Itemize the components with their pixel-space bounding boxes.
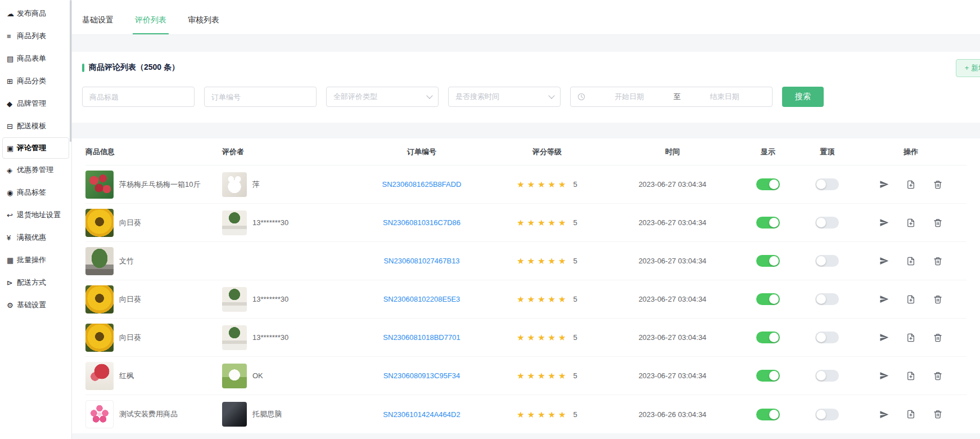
order-number-link[interactable]: SN2306101424A464D2 (383, 410, 460, 419)
file-plus-icon[interactable] (906, 256, 916, 266)
sidebar-item-delivery-method[interactable]: ⊳ 配送方式 (0, 271, 71, 294)
trash-icon[interactable] (933, 333, 943, 343)
reviewer-cell: OK (222, 364, 357, 388)
pin-toggle[interactable] (815, 332, 839, 343)
sidebar-item-product-form[interactable]: ▤ 商品表单 (0, 47, 71, 70)
product-title-input[interactable] (82, 87, 195, 107)
pin-toggle[interactable] (815, 293, 839, 305)
publish-icon: ☁ (7, 10, 17, 18)
pin-toggle[interactable] (815, 217, 839, 229)
show-toggle[interactable] (756, 255, 780, 267)
order-number-link[interactable]: SN2306081027467B13 (383, 257, 459, 265)
time-cell: 2023-06-27 03:04:34 (608, 257, 737, 265)
reviewer-name: 13*******30 (252, 218, 288, 227)
star-rating-icons: ★★★★★ (517, 410, 568, 419)
sidebar-item-brand-management[interactable]: ◆ 品牌管理 (0, 92, 71, 115)
sidebar-item-product-tags[interactable]: ◉ 商品标签 (0, 181, 71, 204)
file-plus-icon[interactable] (906, 218, 916, 228)
order-number-link[interactable]: SN2306080913C95F34 (383, 371, 460, 380)
rating-cell: ★★★★★ 5 (486, 333, 608, 342)
file-plus-icon[interactable] (906, 333, 916, 343)
sidebar-item-product-category[interactable]: ⊞ 商品分类 (0, 70, 71, 92)
show-toggle[interactable] (756, 293, 780, 305)
pin-toggle[interactable] (815, 255, 839, 267)
time-search-select[interactable]: 是否搜索时间 (448, 87, 561, 107)
trash-icon[interactable] (933, 218, 943, 228)
main-area: 基础设置 评价列表 审核列表 商品评论列表（2500 条） + 新增 全部评价类… (72, 0, 980, 439)
order-no-input[interactable] (204, 87, 317, 107)
pin-toggle[interactable] (815, 409, 839, 420)
sidebar-item-batch-operation[interactable]: ▦ 批量操作 (0, 249, 71, 271)
order-number-link[interactable]: SN230608102208E5E3 (383, 295, 460, 303)
paper-plane-icon[interactable] (879, 294, 889, 304)
show-toggle[interactable] (756, 332, 780, 343)
sidebar-item-label: 批量操作 (17, 255, 46, 265)
panel-title: 商品评论列表（2500 条） (89, 62, 179, 73)
file-plus-icon[interactable] (906, 371, 916, 381)
file-plus-icon[interactable] (906, 294, 916, 304)
review-time: 2023-06-27 03:04:34 (639, 257, 707, 265)
paper-plane-icon[interactable] (879, 256, 889, 266)
sidebar-item-full-amount-discount[interactable]: ¥ 满额优惠 (0, 226, 71, 249)
order-number-link[interactable]: SN2306081625B8FADD (382, 180, 462, 189)
paper-plane-icon[interactable] (879, 371, 889, 381)
order-number-link[interactable]: SN2306081018BD7701 (383, 333, 460, 342)
sidebar-item-delivery-template[interactable]: ⊟ 配送模板 (0, 115, 71, 137)
end-date-input[interactable]: 结束日期 (684, 92, 766, 102)
rating-value: 5 (573, 218, 577, 227)
show-toggle[interactable] (756, 178, 780, 190)
start-date-input[interactable]: 开始日期 (589, 92, 670, 102)
reviewer-cell: 托腮思脑 (222, 402, 357, 427)
show-toggle[interactable] (756, 370, 780, 382)
reviewer-avatar (222, 364, 247, 388)
trash-icon[interactable] (933, 256, 943, 266)
review-time: 2023-06-27 03:04:34 (639, 180, 707, 189)
column-header-product: 商品信息 (85, 147, 222, 157)
show-cell (737, 293, 799, 305)
review-type-select[interactable]: 全部评价类型 (326, 87, 439, 107)
paper-plane-icon[interactable] (879, 180, 889, 190)
order-number-link[interactable]: SN23060810316C7D86 (383, 218, 460, 227)
file-plus-icon[interactable] (906, 409, 916, 419)
reviewer-avatar (222, 172, 247, 197)
sidebar-item-label: 商品列表 (17, 31, 46, 41)
add-button[interactable]: + 新增 (956, 59, 980, 77)
paper-plane-icon[interactable] (879, 333, 889, 343)
paper-plane-icon[interactable] (879, 218, 889, 228)
pin-toggle[interactable] (815, 370, 839, 382)
show-toggle[interactable] (756, 217, 780, 229)
reviewer-avatar (222, 325, 247, 350)
tab-review-list[interactable]: 评价列表 (134, 15, 168, 34)
sidebar-item-coupon-management[interactable]: ◈ 优惠券管理 (0, 159, 71, 181)
sidebar-item-publish-product[interactable]: ☁ 发布商品 (0, 2, 71, 25)
sidebar-scrollbar[interactable] (70, 0, 71, 142)
pin-cell (799, 293, 855, 305)
search-button[interactable]: 搜索 (782, 87, 824, 107)
paper-plane-icon[interactable] (879, 409, 889, 419)
date-range-picker[interactable]: 开始日期 至 结束日期 (570, 87, 773, 107)
product-image (85, 209, 114, 237)
sidebar-item-return-address-settings[interactable]: ↩ 退货地址设置 (0, 204, 71, 226)
pin-toggle[interactable] (815, 178, 839, 190)
show-toggle[interactable] (756, 409, 780, 420)
tab-audit-list[interactable]: 审核列表 (187, 15, 220, 34)
sidebar-item-product-list[interactable]: ≡ 商品列表 (0, 25, 71, 47)
sidebar-item-label: 商品分类 (17, 76, 46, 86)
trash-icon[interactable] (933, 294, 943, 304)
reviewer-name: OK (252, 371, 263, 380)
rating-cell: ★★★★★ 5 (486, 180, 608, 189)
sidebar-item-comment-management[interactable]: ▣ 评论管理 (2, 137, 69, 159)
file-plus-icon[interactable] (906, 180, 916, 190)
sidebar-item-basic-settings[interactable]: ⚙ 基础设置 (0, 294, 71, 316)
reviewer-cell: 13*******30 (222, 287, 357, 312)
trash-icon[interactable] (933, 180, 943, 190)
tab-basic-settings[interactable]: 基础设置 (81, 15, 115, 34)
trash-icon[interactable] (933, 409, 943, 419)
order-cell: SN23060810316C7D86 (357, 218, 486, 227)
rating-cell: ★★★★★ 5 (486, 410, 608, 419)
table-row: 向日葵 13*******30 SN23060810316C7D86 ★★★★★… (85, 204, 967, 242)
shipping-icon: ⊳ (7, 279, 17, 287)
trash-icon[interactable] (933, 371, 943, 381)
app-root: ☁ 发布商品 ≡ 商品列表 ▤ 商品表单 ⊞ 商品分类 ◆ 品牌管理 ⊟ 配送模… (0, 0, 980, 439)
rating-cell: ★★★★★ 5 (486, 295, 608, 303)
